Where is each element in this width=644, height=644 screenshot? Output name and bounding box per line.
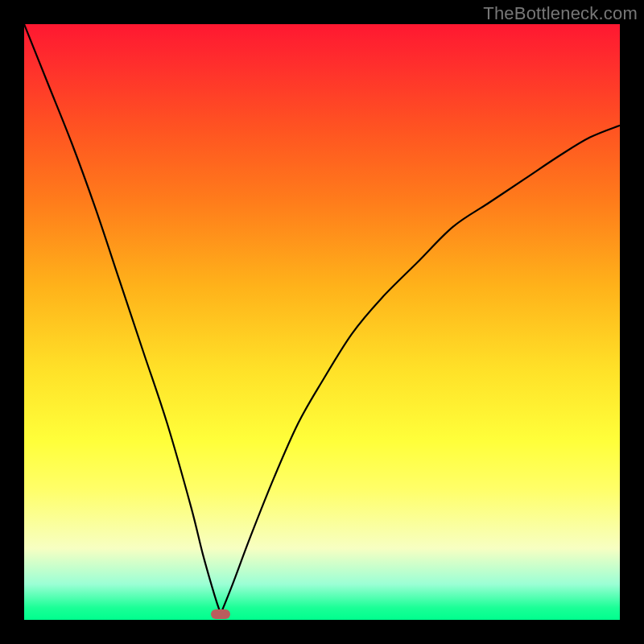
chart-frame: TheBottleneck.com — [0, 0, 644, 644]
plot-area — [24, 24, 620, 620]
optimal-point-marker — [211, 609, 230, 619]
watermark-text: TheBottleneck.com — [483, 3, 638, 24]
bottleneck-curve — [24, 24, 620, 620]
curve-left-branch — [24, 24, 221, 614]
curve-right-branch — [221, 126, 620, 614]
